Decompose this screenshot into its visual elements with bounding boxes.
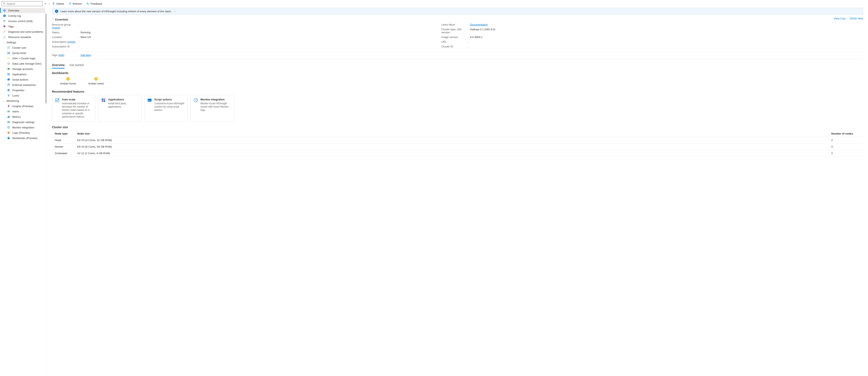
svg-rect-43 <box>8 116 9 118</box>
sidebar-item-ssh[interactable]: SSH + Cluster login <box>0 56 47 61</box>
ess-val-subscription-id <box>81 45 433 48</box>
storage-icon <box>7 67 10 70</box>
sidebar-item-monitor-integration[interactable]: Monitor integration <box>0 125 47 130</box>
sidebar-scrollbar-thumb[interactable] <box>45 13 47 104</box>
card-monitor-integration[interactable]: Monitor integration Monitor Azure HDInsi… <box>190 95 234 121</box>
tags-label: Tags (edit) <box>52 54 79 57</box>
tags-row: Tags (edit) : Add tags <box>52 51 863 59</box>
sidebar-item-cluster-size[interactable]: Cluster size <box>0 45 47 50</box>
sidebar-item-quota[interactable]: Quota limits <box>0 50 47 56</box>
gauge-icon <box>193 98 198 103</box>
svg-rect-54 <box>8 137 10 139</box>
sidebar-item-diagnose[interactable]: Diagnose and solve problems <box>0 29 47 34</box>
sidebar-group-monitoring[interactable]: ⌄ Monitoring <box>0 98 47 104</box>
essentials-title: Essentials <box>55 18 68 21</box>
arrow-right-icon: → <box>174 9 177 13</box>
activity-log-icon <box>3 14 6 18</box>
recommended-cards: Auto scale Automatically increase or dec… <box>52 95 863 121</box>
svg-rect-28 <box>9 73 10 74</box>
sidebar-item-insights[interactable]: Insights (Preview) <box>0 104 47 109</box>
ess-label-status: Status <box>52 31 79 34</box>
sidebar-item-label: Monitor integration <box>12 126 34 129</box>
feedback-button[interactable]: Feedback <box>86 2 102 5</box>
sidebar-item-activity-log[interactable]: Activity log <box>0 13 47 19</box>
ess-label-subscription: Subscription (move) <box>52 40 79 44</box>
visualizer-icon <box>3 35 6 39</box>
sidebar-item-applications[interactable]: Applications <box>0 71 47 77</box>
tab-get-started[interactable]: Get started <box>69 62 84 68</box>
sidebar-item-label: Locks <box>12 94 19 97</box>
sidebar-item-logs[interactable]: Logs (Preview) <box>0 130 47 135</box>
sidebar-item-tags[interactable]: Tags <box>0 24 47 29</box>
table-row: Head E4 V3 (4 Cores, 32 GB RAM) 2 <box>52 137 863 143</box>
svg-rect-42 <box>7 117 8 118</box>
svg-point-66 <box>195 100 196 100</box>
search-input[interactable] <box>7 2 41 5</box>
close-search-icon[interactable]: ✕ <box>44 2 47 5</box>
delete-icon <box>52 2 55 5</box>
svg-rect-27 <box>7 73 8 74</box>
sidebar-item-datalake[interactable]: Data Lake Storage Gen1 <box>0 61 47 66</box>
ess-label-resource-group: Resource group (move) <box>52 23 79 29</box>
move-sub-link[interactable]: move <box>68 40 75 44</box>
view-cost-link[interactable]: View Cost <box>834 17 845 20</box>
sidebar-item-storage[interactable]: Storage accounts <box>0 66 47 71</box>
sidebar-item-locks[interactable]: Locks <box>0 93 47 98</box>
sidebar-item-metastores[interactable]: External metastores <box>0 82 47 87</box>
dashboard-label: Ambari home <box>60 82 76 85</box>
section-title-recommended: Recommended features <box>52 90 863 93</box>
sidebar-item-properties[interactable]: Properties <box>0 87 47 93</box>
card-title: Script actions <box>154 98 185 101</box>
documentation-link[interactable]: Documentation <box>470 23 488 26</box>
sidebar-item-metrics[interactable]: Metrics <box>0 114 47 119</box>
svg-rect-36 <box>7 90 8 90</box>
delete-button[interactable]: Delete <box>52 2 64 5</box>
dashboard-ambari-home[interactable]: Ambari home <box>60 77 76 85</box>
dashboard-ambari-views[interactable]: Ambari views <box>88 77 104 85</box>
apps-card-icon <box>101 98 106 103</box>
svg-rect-47 <box>8 122 9 122</box>
ess-label-image-version: Image version <box>441 35 468 39</box>
json-view-link[interactable]: JSON View <box>849 17 863 20</box>
essentials-toggle[interactable]: ⌃ Essentials <box>52 17 863 22</box>
tab-overview[interactable]: Overview <box>52 62 65 68</box>
card-applications[interactable]: Applications Install third party applica… <box>98 95 142 121</box>
cell-node-size: E4 V3 (4 Cores, 32 GB RAM) <box>74 137 828 143</box>
sidebar-item-label: Storage accounts <box>12 67 33 70</box>
col-node-type: Node type <box>52 131 74 137</box>
svg-rect-63 <box>103 100 105 102</box>
sidebar-item-overview[interactable]: Overview <box>0 8 47 13</box>
svg-rect-22 <box>9 58 10 59</box>
refresh-button[interactable]: Refresh <box>68 2 82 5</box>
card-script-actions[interactable]: Script actions Customize Azure HDInsight… <box>144 95 188 121</box>
sidebar-item-label: Insights (Preview) <box>12 105 33 108</box>
search-box[interactable] <box>2 1 42 6</box>
ess-val-image-version: 4.0.3000.1 <box>470 35 823 39</box>
sidebar-item-diagnostic-settings[interactable]: Diagnostic settings <box>0 119 47 125</box>
main-content: Delete Refresh Feedback i Learn more abo… <box>47 0 868 376</box>
sidebar-group-settings[interactable]: ⌄ Settings <box>0 40 47 45</box>
svg-rect-33 <box>8 89 8 91</box>
move-rg-link[interactable]: move <box>53 26 59 29</box>
edit-tags-link[interactable]: edit <box>59 54 63 57</box>
diag-icon <box>7 120 10 124</box>
card-desc: Install third party applications. <box>108 102 138 108</box>
ess-val-cluster-id <box>470 45 823 48</box>
banner-text: Learn more about the new version of HDIn… <box>60 10 172 13</box>
sidebar-item-label: Resource visualizer <box>8 35 31 39</box>
info-banner[interactable]: i Learn more about the new version of HD… <box>52 8 863 15</box>
sidebar-item-label: Access control (IAM) <box>8 20 33 23</box>
sidebar-item-label: Data Lake Storage Gen1 <box>12 62 42 65</box>
sidebar-item-access-control[interactable]: Access control (IAM) <box>0 19 47 24</box>
svg-rect-55 <box>8 137 9 138</box>
people-icon <box>3 20 6 23</box>
sidebar-item-workbooks[interactable]: Workbooks (Preview) <box>0 135 47 141</box>
add-tags-link[interactable]: Add tags <box>81 54 91 57</box>
sidebar-item-script-actions[interactable]: Script actions <box>0 77 47 82</box>
sidebar-item-resource-visualizer[interactable]: Resource visualizer <box>0 34 47 40</box>
card-auto-scale[interactable]: Auto scale Automatically increase or dec… <box>52 95 95 121</box>
svg-point-12 <box>4 36 5 36</box>
sidebar-item-label: SSH + Cluster login <box>12 57 36 60</box>
sidebar-item-label: Applications <box>12 73 27 76</box>
sidebar-item-alerts[interactable]: Alerts <box>0 109 47 114</box>
